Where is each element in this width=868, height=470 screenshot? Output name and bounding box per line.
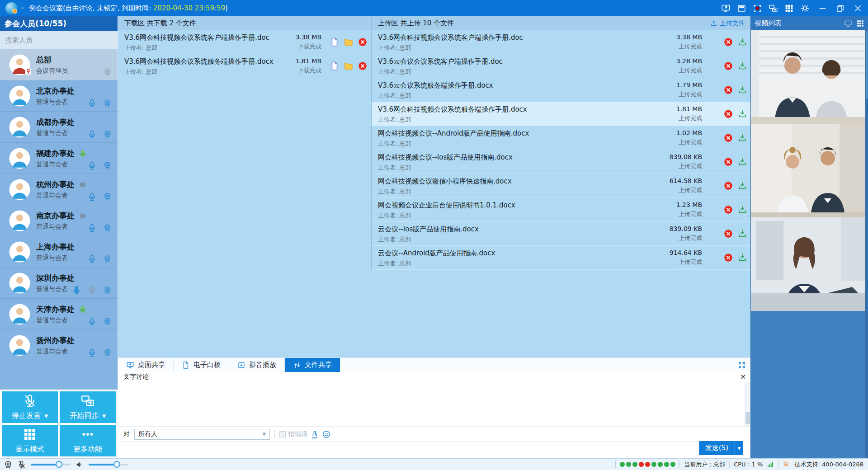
minimize-button[interactable] [816,2,828,14]
more-functions-button[interactable]: 更多功能 [60,425,116,456]
delete-icon[interactable] [723,157,733,167]
search-input[interactable] [5,36,102,44]
delete-icon[interactable] [723,85,733,95]
upload-file-row[interactable]: 网会视频会议企业后台使用说明书1.0.1.docx 上传者: 总部 1.23 M… [372,198,751,222]
download-icon[interactable] [737,61,747,71]
participant-row[interactable]: 扬州办事处 普通与会者 [0,330,118,361]
upload-file-row[interactable]: 网会科技视频会议--Android版产品使用指南.docx 上传者: 总部 1.… [372,126,751,150]
video-thumbnail-1[interactable] [751,30,866,124]
mic-icon[interactable] [87,317,97,326]
start-sync-button[interactable]: 开始同步▼ [60,391,116,423]
tab-desktop-share[interactable]: 桌面共享 [118,358,174,372]
mic-icon[interactable] [87,223,97,233]
display-icon[interactable] [844,19,852,28]
webcam-icon[interactable] [103,192,112,202]
video-thumbnail-3[interactable] [751,217,866,311]
webcam-icon[interactable] [103,223,112,233]
screen-share-icon[interactable] [720,2,731,14]
download-icon[interactable] [737,253,747,263]
webcam-icon[interactable] [103,317,112,326]
delete-icon[interactable] [358,37,368,47]
stop-speaking-button[interactable]: 停止发言▼ [2,391,58,423]
participant-row[interactable]: 天津办事处 普通与会者 [0,299,118,330]
upload-file-row[interactable]: 网会科技视频会议微信小程序快速指南.docx 上传者: 总部 614.58 KB… [372,174,751,198]
chat-scrollbar[interactable] [745,382,750,426]
webcam-icon[interactable] [103,254,112,264]
mic-muted-status-icon[interactable] [17,460,26,469]
tab-file-share[interactable]: 文件共享 [285,358,340,372]
font-style-icon[interactable]: A [312,430,317,438]
message-input[interactable]: 发送(S) ▼ [118,442,750,458]
close-button[interactable] [852,2,863,14]
webcam-icon[interactable] [103,161,112,170]
participant-row[interactable]: 杭州办事处 普通与会者 [0,174,118,205]
record-icon[interactable] [751,2,763,14]
upload-file-row[interactable]: V3.6网会科技视频会议系统服务端操作手册.docx 上传者: 总部 1.81 … [372,102,751,126]
webcam-icon[interactable] [103,130,112,139]
download-icon[interactable] [737,157,747,167]
delete-icon[interactable] [723,61,733,71]
speaker-icon[interactable] [75,460,84,469]
video-thumbnail-2[interactable] [751,124,866,217]
send-options-caret[interactable]: ▼ [735,441,743,455]
mic-icon[interactable] [72,286,81,295]
open-file-icon[interactable] [330,37,340,47]
mic-icon[interactable] [87,161,97,170]
download-file-row[interactable]: V3.6网会科技视频会议系统客户端操作手册.doc 上传者: 总部 3.38 M… [118,30,371,54]
download-icon[interactable] [737,85,747,95]
window-mode-icon[interactable] [736,2,747,14]
upload-file-row[interactable]: V3.6网会科技视频会议系统客户端操作手册.doc 上传者: 总部 3.38 M… [372,30,751,54]
webcam-gray-icon[interactable] [103,67,112,77]
settings-gear-icon[interactable] [799,2,811,14]
delete-icon[interactable] [723,181,733,191]
upload-file-row[interactable]: V3.6云会议会议系统客户端操作手册.doc 上传者: 总部 3.28 MB 上… [372,54,751,78]
send-button[interactable]: 发送(S) ▼ [699,441,743,455]
emoji-icon[interactable] [322,430,331,439]
mic-icon[interactable] [87,254,97,264]
download-icon[interactable] [737,205,747,215]
delete-icon[interactable] [723,133,733,143]
participant-row[interactable]: 成都办事处 普通与会者 [0,112,118,143]
search-icon[interactable] [102,35,112,45]
download-file-row[interactable]: V3.6网会科技视频会议系统服务端操作手册.docx 上传者: 总部 1.81 … [118,54,371,78]
upload-file-row[interactable]: V3.6云会议系统服务端操作手册.docx 上传者: 总部 1.79 MB 上传… [372,78,751,102]
mic-icon[interactable] [87,192,97,202]
video-grid-icon[interactable] [856,19,864,28]
search-bar[interactable] [0,31,118,49]
download-icon[interactable] [737,181,747,191]
tab-media-play[interactable]: 影音播放 [229,358,285,372]
webcam-icon[interactable] [103,99,112,108]
video-scrollbar[interactable] [865,30,868,470]
recipient-select[interactable]: 所有人▼ [134,429,270,440]
delete-icon[interactable] [723,253,733,263]
upload-file-row[interactable]: 网会科技视频会议--Ios版产品使用指南.docx 上传者: 总部 839.08… [372,150,751,174]
upload-file-button[interactable]: 上传文件 [710,19,750,28]
open-file-icon[interactable] [330,61,340,71]
delete-icon[interactable] [723,205,733,215]
sync-screens-icon[interactable] [767,2,779,14]
delete-icon[interactable] [358,61,368,71]
mic-icon[interactable] [87,348,97,357]
maximize-button[interactable] [834,2,846,14]
participant-row[interactable]: 北京办事处 普通与会者 [0,80,118,112]
webcam-status-icon[interactable] [4,460,13,469]
mic-icon[interactable] [87,99,97,108]
participant-row[interactable]: 深圳办事处 普通与会者 [0,268,118,299]
upload-file-row[interactable]: 云会议--Android版产品使用指南.docx 上传者: 总部 914.64 … [372,246,751,270]
dropdown-caret-icon[interactable]: ▼ [102,414,106,418]
mic-volume-slider[interactable] [31,464,71,465]
open-folder-icon[interactable] [344,61,354,71]
open-folder-icon[interactable] [344,37,354,47]
mic-icon[interactable] [87,130,97,139]
dropdown-caret-icon[interactable]: ▼ [44,414,48,418]
speaker-volume-slider[interactable] [89,464,128,465]
tab-whiteboard[interactable]: 电子白板 [174,358,229,372]
chevron-down-icon[interactable] [20,5,25,11]
webcam-gray-icon[interactable] [87,286,97,295]
delete-icon[interactable] [723,229,733,239]
download-icon[interactable] [737,37,747,47]
display-mode-button[interactable]: 显示模式 [2,425,58,456]
download-icon[interactable] [737,109,747,119]
download-icon[interactable] [737,229,747,239]
webcam-icon[interactable] [103,286,112,295]
